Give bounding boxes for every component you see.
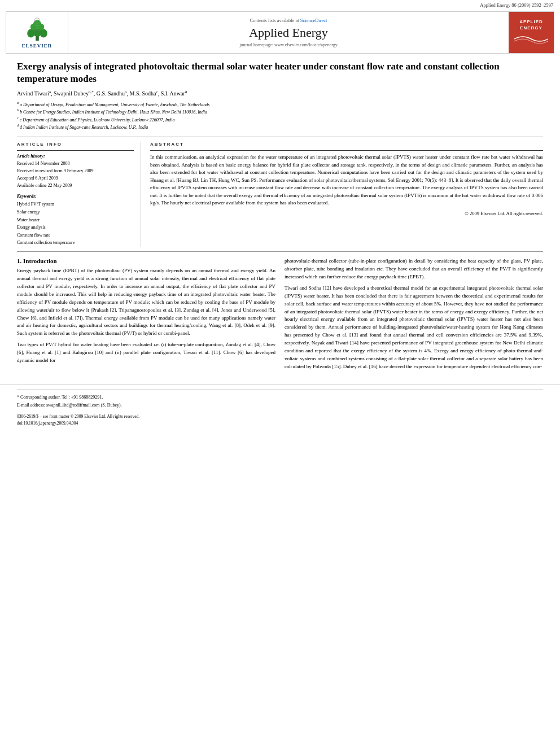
info-abstract-section: ARTICLE INFO Article history: Received 1… (17, 142, 543, 247)
intro-paragraph-2: Two types of PV/T hybrid for water heati… (17, 341, 275, 365)
svg-point-5 (30, 24, 35, 30)
keywords-list: Hybrid PV/T system Solar energy Water he… (17, 200, 134, 247)
footer-divider (17, 390, 543, 390)
footer-copyright: 0306-2619/$ – see front matter © 2009 El… (17, 413, 543, 420)
intro-paragraph-1: Energy payback time (EPBT) of the photov… (17, 267, 275, 338)
article-info: ARTICLE INFO Article history: Received 1… (17, 142, 141, 247)
svg-point-2 (27, 29, 34, 38)
right-paragraph-2: Tiwari and Sodha [12] have developed a t… (285, 285, 543, 371)
keywords-label: Keywords: (17, 194, 134, 199)
affiliation-a: a a Department of Design, Production and… (17, 101, 543, 108)
keyword-4: Exergy analysis (17, 224, 134, 231)
email-note: E-mail address: swapnil_iitd@rediffmail.… (17, 401, 543, 409)
received-date: Received 14 November 2008 (17, 160, 134, 168)
abstract-label: ABSTRACT (150, 142, 543, 147)
main-content: Exergy analysis of integrated photovolta… (0, 56, 560, 379)
divider-2 (17, 251, 543, 252)
sciencedirect-link[interactable]: ScienceDirect (300, 18, 327, 23)
affiliation-d: d d Indian Indian Institute of Sugar-can… (17, 123, 543, 131)
journal-badge: APPLIED ENERGY (509, 12, 554, 53)
article-title: Exergy analysis of integrated photovolta… (17, 60, 543, 85)
right-paragraph-1: photovoltaic-thermal collector (tube-in-… (285, 257, 543, 281)
svg-point-6 (38, 24, 43, 30)
article-dates: Received 14 November 2008 Received in re… (17, 160, 134, 189)
authors: Arvind Tiwaria, Swapnil Dubeyb,*, G.S. S… (17, 90, 543, 98)
article-history-label: Article history: (17, 154, 134, 159)
copyright: © 2009 Elsevier Ltd. All rights reserved… (150, 211, 543, 216)
journal-reference: Applied Energy 86 (2009) 2592–2597 (0, 0, 560, 9)
badge-wave-icon (514, 33, 548, 45)
body-right-column: photovoltaic-thermal collector (tube-in-… (285, 257, 543, 374)
keyword-5: Constant flow rate (17, 231, 134, 239)
journal-title-section: Contents lists available at ScienceDirec… (68, 12, 509, 53)
affiliation-b: b b Centre for Energy Studies, Indian In… (17, 108, 543, 116)
elsevier-tree-icon (20, 16, 54, 42)
keyword-1: Hybrid PV/T system (17, 200, 134, 208)
available-date: Available online 22 May 2009 (17, 182, 134, 190)
abstract-divider (150, 150, 543, 151)
abstract-section: ABSTRACT In this communication, an analy… (150, 142, 543, 247)
elsevier-logo-section: ELSEVIER (6, 12, 68, 53)
journal-homepage: journal homepage: www.elsevier.com/locat… (239, 42, 338, 47)
page-footer: * Corresponding author. Tel.: +91 986882… (0, 385, 560, 430)
affiliations: a a Department of Design, Production and… (17, 101, 543, 132)
keyword-3: Water heater (17, 216, 134, 224)
abstract-text: In this communication, an analytical exp… (150, 154, 543, 207)
footer-doi: doi:10.1016/j.apenergy.2009.04.004 (17, 421, 543, 426)
divider-1 (17, 137, 543, 137)
article-info-label: ARTICLE INFO (17, 142, 134, 147)
body-content: 1. Introduction Energy payback time (EPB… (17, 257, 543, 374)
elsevier-label: ELSEVIER (22, 43, 53, 49)
accepted-date: Accepted 6 April 2009 (17, 175, 134, 182)
sciencedirect-text: Contents lists available at ScienceDirec… (250, 18, 327, 23)
keyword-2: Solar energy (17, 208, 134, 216)
info-divider (17, 150, 134, 151)
corresponding-note: * Corresponding author. Tel.: +91 986882… (17, 394, 543, 401)
revised-date: Received in revised form 9 February 2009 (17, 168, 134, 175)
elsevier-logo: ELSEVIER (20, 16, 54, 49)
journal-title: Applied Energy (249, 25, 328, 40)
badge-text: APPLIED ENERGY (514, 19, 548, 47)
svg-point-3 (40, 29, 47, 38)
affiliation-c: c c Department of Education and Physics,… (17, 116, 543, 124)
introduction-heading: 1. Introduction (17, 257, 275, 264)
journal-header: ELSEVIER Contents lists available at Sci… (6, 11, 554, 54)
keyword-6: Constant collection temperature (17, 239, 134, 247)
body-left-column: 1. Introduction Energy payback time (EPB… (17, 257, 275, 374)
